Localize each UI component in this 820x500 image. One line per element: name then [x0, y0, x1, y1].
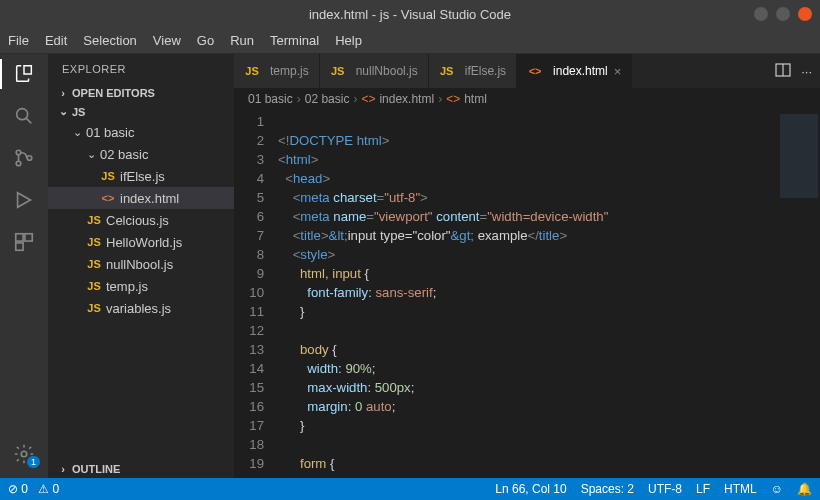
eol[interactable]: LF	[696, 482, 710, 496]
file-helloworld[interactable]: JSHelloWorld.js	[48, 231, 234, 253]
code-editor[interactable]: <!DOCTYPE html><html> <head> <meta chars…	[278, 110, 776, 478]
svg-point-0	[17, 109, 28, 120]
chevron-down-icon: ⌄	[84, 148, 98, 161]
html-tag-icon: <>	[446, 92, 460, 106]
html-file-icon: <>	[527, 65, 543, 77]
status-bar: ⊘ 0 ⚠ 0 Ln 66, Col 10 Spaces: 2 UTF-8 LF…	[0, 478, 820, 500]
menu-help[interactable]: Help	[335, 33, 362, 48]
menu-bar: File Edit Selection View Go Run Terminal…	[0, 28, 820, 54]
project-section[interactable]: ⌄JS	[48, 102, 234, 121]
js-file-icon: JS	[100, 170, 116, 182]
notifications-icon[interactable]: 🔔	[797, 482, 812, 496]
settings-badge: 1	[27, 456, 40, 468]
file-index-html[interactable]: <>index.html	[48, 187, 234, 209]
svg-rect-4	[16, 234, 23, 241]
menu-terminal[interactable]: Terminal	[270, 33, 319, 48]
source-control-icon[interactable]	[12, 146, 36, 170]
tab-ifelse[interactable]: JSifElse.js	[429, 54, 517, 88]
file-celcious[interactable]: JSCelcious.js	[48, 209, 234, 231]
tab-temp[interactable]: JStemp.js	[234, 54, 320, 88]
encoding[interactable]: UTF-8	[648, 482, 682, 496]
svg-point-1	[16, 150, 21, 155]
window-titlebar: index.html - js - Visual Studio Code	[0, 0, 820, 28]
chevron-down-icon: ⌄	[56, 105, 70, 118]
file-temp[interactable]: JStemp.js	[48, 275, 234, 297]
close-tab-icon[interactable]: ×	[614, 64, 622, 79]
js-file-icon: JS	[330, 65, 346, 77]
editor-area: JStemp.js JSnullNbool.js JSifElse.js <>i…	[234, 54, 820, 478]
window-title: index.html - js - Visual Studio Code	[309, 7, 511, 22]
line-gutter: 12345678910111213141516171819	[234, 110, 278, 478]
cursor-position[interactable]: Ln 66, Col 10	[495, 482, 566, 496]
js-file-icon: JS	[86, 302, 102, 314]
activity-bar: 1	[0, 54, 48, 478]
menu-run[interactable]: Run	[230, 33, 254, 48]
outline-section[interactable]: ›OUTLINE	[48, 460, 234, 478]
menu-file[interactable]: File	[8, 33, 29, 48]
sidebar: EXPLORER ›OPEN EDITORS ⌄JS ⌄01 basic ⌄02…	[48, 54, 234, 478]
js-file-icon: JS	[244, 65, 260, 77]
tab-nullnbool[interactable]: JSnullNbool.js	[320, 54, 429, 88]
chevron-right-icon: ›	[56, 463, 70, 475]
folder-02-basic[interactable]: ⌄02 basic	[48, 143, 234, 165]
tab-index-html[interactable]: <>index.html×	[517, 54, 632, 88]
sidebar-title: EXPLORER	[48, 54, 234, 84]
js-file-icon: JS	[86, 214, 102, 226]
settings-icon[interactable]: 1	[12, 442, 36, 466]
js-file-icon: JS	[86, 258, 102, 270]
svg-rect-6	[16, 243, 23, 250]
html-file-icon: <>	[100, 192, 116, 204]
editor-tabs: JStemp.js JSnullNbool.js JSifElse.js <>i…	[234, 54, 820, 88]
menu-view[interactable]: View	[153, 33, 181, 48]
file-nullnbool[interactable]: JSnullNbool.js	[48, 253, 234, 275]
errors-count[interactable]: ⊘ 0	[8, 482, 28, 496]
maximize-button[interactable]	[776, 7, 790, 21]
warnings-count[interactable]: ⚠ 0	[38, 482, 59, 496]
explorer-icon[interactable]	[12, 62, 36, 86]
js-file-icon: JS	[86, 236, 102, 248]
breadcrumb[interactable]: 01 basic› 02 basic› <>index.html› <>html	[234, 88, 820, 110]
file-variables[interactable]: JSvariables.js	[48, 297, 234, 319]
feedback-icon[interactable]: ☺	[771, 482, 783, 496]
menu-edit[interactable]: Edit	[45, 33, 67, 48]
svg-rect-5	[25, 234, 32, 241]
svg-point-3	[27, 156, 32, 161]
chevron-right-icon: ›	[56, 87, 70, 99]
folder-01-basic[interactable]: ⌄01 basic	[48, 121, 234, 143]
menu-go[interactable]: Go	[197, 33, 214, 48]
search-icon[interactable]	[12, 104, 36, 128]
split-editor-icon[interactable]	[775, 62, 791, 81]
menu-selection[interactable]: Selection	[83, 33, 136, 48]
minimap[interactable]	[776, 110, 820, 478]
minimize-button[interactable]	[754, 7, 768, 21]
run-debug-icon[interactable]	[12, 188, 36, 212]
open-editors-section[interactable]: ›OPEN EDITORS	[48, 84, 234, 102]
indent-setting[interactable]: Spaces: 2	[581, 482, 634, 496]
js-file-icon: JS	[86, 280, 102, 292]
svg-point-7	[21, 451, 27, 457]
close-button[interactable]	[798, 7, 812, 21]
html-file-icon: <>	[361, 92, 375, 106]
svg-point-2	[16, 161, 21, 166]
js-file-icon: JS	[439, 65, 455, 77]
language-mode[interactable]: HTML	[724, 482, 757, 496]
chevron-down-icon: ⌄	[70, 126, 84, 139]
more-actions-icon[interactable]: ···	[801, 64, 812, 79]
file-ifelse[interactable]: JSifElse.js	[48, 165, 234, 187]
extensions-icon[interactable]	[12, 230, 36, 254]
